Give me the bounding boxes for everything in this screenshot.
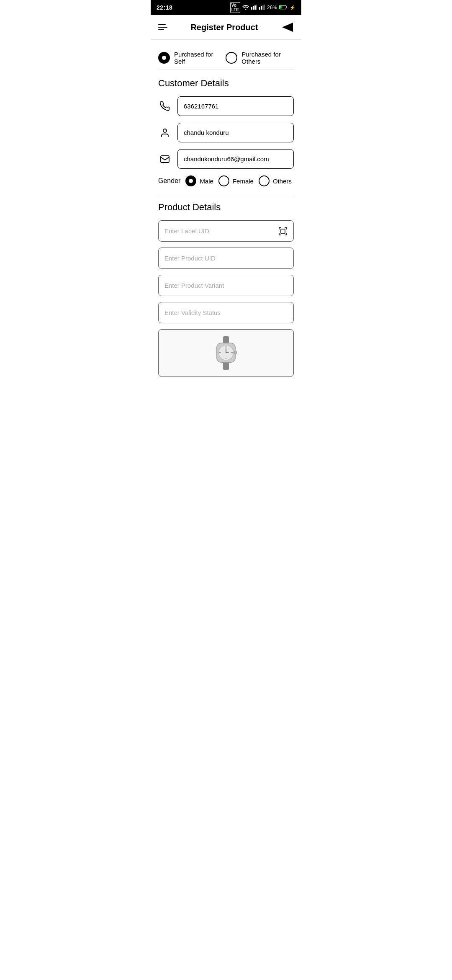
signal-r-icon	[259, 5, 265, 10]
svg-rect-1	[253, 6, 254, 10]
gender-others-label: Others	[273, 178, 292, 185]
svg-rect-25	[234, 351, 236, 354]
svg-rect-9	[280, 6, 282, 9]
svg-rect-4	[259, 7, 260, 10]
header: Register Product	[151, 15, 301, 40]
main-content: Purchased for Self Purchased for Others …	[151, 40, 301, 384]
phone-icon	[158, 100, 172, 113]
purchase-others-option[interactable]: Purchased for Others	[226, 51, 294, 65]
svg-rect-5	[261, 6, 262, 10]
email-icon	[158, 152, 172, 166]
volte-icon: VoLTE	[230, 2, 240, 13]
gender-male-label: Male	[200, 178, 213, 185]
email-input[interactable]	[177, 149, 294, 169]
menu-line-3	[158, 29, 164, 30]
svg-point-12	[163, 129, 167, 132]
customer-section-title: Customer Details	[158, 78, 294, 89]
gender-female-option[interactable]: Female	[218, 175, 254, 186]
gender-others-radio[interactable]	[259, 175, 270, 186]
purchase-others-label: Purchased for Others	[241, 51, 294, 65]
validity-status-input[interactable]	[158, 302, 294, 323]
gender-label: Gender	[158, 177, 180, 185]
purchase-self-label: Purchased for Self	[174, 51, 219, 65]
gender-female-radio[interactable]	[218, 175, 229, 186]
purchase-type-row: Purchased for Self Purchased for Others	[158, 46, 294, 70]
phone-input[interactable]	[177, 96, 294, 116]
svg-rect-2	[254, 5, 256, 10]
user-icon	[158, 126, 172, 139]
status-icons: VoLTE 26%	[230, 2, 295, 13]
status-time: 22:18	[157, 4, 172, 11]
page-title: Register Product	[190, 23, 258, 32]
validity-status-wrapper	[158, 302, 294, 323]
svg-rect-0	[251, 7, 252, 10]
product-uid-wrapper	[158, 248, 294, 269]
gender-male-radio[interactable]	[185, 175, 196, 186]
purchase-self-radio[interactable]	[158, 52, 170, 64]
watch-image	[211, 336, 241, 370]
svg-rect-3	[256, 5, 257, 10]
charging-icon: ⚡	[290, 5, 295, 10]
svg-marker-11	[286, 23, 293, 32]
product-uid-input[interactable]	[158, 248, 294, 269]
gender-row: Gender Male Female Others	[158, 175, 294, 186]
wifi-icon	[242, 5, 249, 10]
name-field-row	[158, 123, 294, 142]
gender-female-label: Female	[233, 178, 254, 185]
label-uid-wrapper	[158, 220, 294, 242]
svg-rect-7	[264, 5, 265, 10]
svg-rect-15	[223, 336, 229, 344]
gender-others-option[interactable]: Others	[259, 175, 292, 186]
product-variant-input[interactable]	[158, 275, 294, 296]
svg-rect-13	[161, 156, 169, 162]
menu-line-2	[158, 27, 167, 28]
name-input[interactable]	[177, 123, 294, 142]
email-field-row	[158, 149, 294, 169]
gender-male-option[interactable]: Male	[185, 175, 213, 186]
send-button[interactable]	[281, 22, 294, 33]
product-section-title: Product Details	[158, 202, 294, 213]
battery-percent: 26%	[267, 5, 277, 10]
menu-line-1	[158, 24, 166, 25]
section-divider	[158, 195, 294, 195]
purchase-others-radio[interactable]	[226, 52, 237, 64]
menu-button[interactable]	[158, 24, 167, 30]
status-bar: 22:18 VoLTE 26%	[151, 0, 301, 15]
scan-icon[interactable]	[278, 226, 288, 236]
svg-rect-6	[262, 5, 264, 10]
product-variant-wrapper	[158, 275, 294, 296]
phone-field-row	[158, 96, 294, 116]
svg-rect-14	[281, 229, 285, 233]
battery-icon	[279, 5, 288, 10]
svg-rect-16	[223, 362, 229, 370]
label-uid-input[interactable]	[158, 220, 294, 242]
purchase-self-option[interactable]: Purchased for Self	[158, 51, 219, 65]
signal-icon	[251, 5, 257, 10]
watch-image-container	[158, 329, 294, 377]
